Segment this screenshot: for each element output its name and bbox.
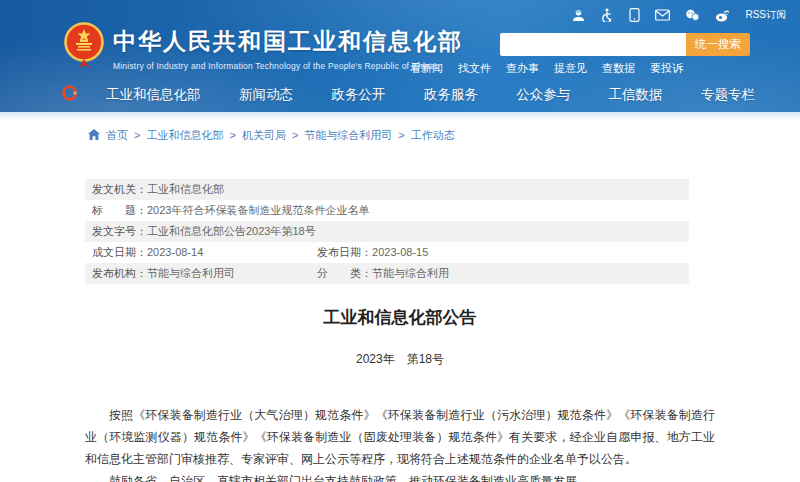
body-paragraph: 按照《环保装备制造行业（大气治理）规范条件》《环保装备制造行业（污水治理）规范条… (85, 404, 715, 470)
quick-link-complaint[interactable]: 要投诉 (650, 61, 683, 76)
breadcrumb-miit[interactable]: 工业和信息化部 (146, 128, 223, 143)
nav-item-gov-info[interactable]: 政务公开 (331, 86, 385, 104)
meta-row-title: 标 题：2023年符合环保装备制造业规范条件企业名单 (85, 200, 689, 221)
breadcrumb-work-updates[interactable]: 工作动态 (411, 128, 455, 143)
meta-label: 成文日期： (92, 246, 147, 258)
announcement-title: 工业和信息化部公告 (85, 306, 715, 329)
meta-row-issuing-agency: 发文机关：工业和信息化部 (85, 179, 689, 200)
document-meta-table: 发文机关：工业和信息化部 标 题：2023年符合环保装备制造业规范条件企业名单 … (85, 179, 689, 284)
nav-item-news[interactable]: 新闻动态 (239, 86, 293, 104)
quick-link-news[interactable]: 看新闻 (410, 61, 443, 76)
search-input[interactable] (500, 33, 686, 56)
search-bar: 统一搜索 (500, 33, 750, 56)
accessibility-icon[interactable] (600, 8, 614, 22)
mail-icon[interactable] (655, 9, 670, 21)
user-icon[interactable] (572, 9, 585, 22)
breadcrumb-energy-dept[interactable]: 节能与综合利用司 (304, 128, 392, 143)
nav-item-participation[interactable]: 公众参与 (516, 86, 570, 104)
site-banner: 中华人民共和国工业和信息化部 Ministry of Industry and … (0, 0, 800, 112)
banner-fade-divider (0, 112, 800, 120)
meta-label: 标 题： (92, 204, 147, 216)
breadcrumb: 首页 > 工业和信息化部 > 机关司局 > 节能与综合利用司 > 工作动态 (88, 127, 800, 143)
meta-label: 发布机构： (92, 267, 147, 279)
meta-value: 工业和信息化部公告2023年第18号 (147, 225, 316, 237)
nav-item-miit[interactable]: 工业和信息化部 (106, 86, 201, 104)
meta-value: 节能与综合利用 (372, 267, 449, 279)
document-content: 发文机关：工业和信息化部 标 题：2023年符合环保装备制造业规范条件企业名单 … (85, 179, 715, 482)
meta-label: 发文机关： (92, 183, 147, 195)
meta-label: 发文字号： (92, 225, 147, 237)
body-paragraph: 鼓励各省、自治区、直辖市相关部门出台支持鼓励政策，推动环保装备制造业高质量发展。 (85, 470, 715, 482)
nav-item-gov-services[interactable]: 政务服务 (424, 86, 478, 104)
quick-link-data[interactable]: 查数据 (602, 61, 635, 76)
nav-item-data[interactable]: 工信数据 (609, 86, 663, 104)
meta-value: 2023-08-15 (372, 246, 428, 258)
breadcrumb-separator: > (134, 129, 140, 141)
main-nav: 工业和信息化部 新闻动态 政务公开 政务服务 公众参与 工信数据 专题专栏 (62, 85, 755, 105)
announcement-body: 按照《环保装备制造行业（大气治理）规范条件》《环保装备制造行业（污水治理）规范条… (85, 404, 715, 482)
home-icon[interactable] (88, 129, 100, 142)
mobile-icon[interactable] (629, 8, 640, 22)
announcement-issue-number: 2023年 第18号 (85, 351, 715, 368)
meta-label: 发布日期： (317, 246, 372, 258)
breadcrumb-departments[interactable]: 机关司局 (242, 128, 286, 143)
meta-label: 分 类： (317, 267, 372, 279)
meta-value: 工业和信息化部 (147, 183, 224, 195)
miit-logo-icon (62, 85, 78, 105)
meta-row-dates: 成文日期：2023-08-14 发布日期：2023-08-15 (85, 242, 689, 263)
breadcrumb-separator: > (398, 129, 404, 141)
quick-links: 看新闻 找文件 查办事 提意见 查数据 要投诉 (410, 61, 683, 76)
meta-value: 节能与综合利用司 (147, 267, 235, 279)
rss-subscribe-link[interactable]: RSS订阅 (745, 8, 786, 22)
quick-link-services[interactable]: 查办事 (506, 61, 539, 76)
breadcrumb-separator: > (292, 129, 298, 141)
site-title: 中华人民共和国工业和信息化部 (113, 26, 463, 57)
breadcrumb-separator: > (229, 129, 235, 141)
weibo-icon[interactable] (715, 9, 730, 22)
meta-value: 2023-08-14 (147, 246, 203, 258)
meta-row-publisher: 发布机构：节能与综合利用司 分 类：节能与综合利用 (85, 263, 689, 284)
quick-link-files[interactable]: 找文件 (458, 61, 491, 76)
national-emblem (64, 21, 104, 75)
unified-search-button[interactable]: 统一搜索 (686, 33, 750, 56)
meta-row-doc-number: 发文字号：工业和信息化部公告2023年第18号 (85, 221, 689, 242)
wechat-icon[interactable] (685, 9, 700, 22)
nav-item-topics[interactable]: 专题专栏 (701, 86, 755, 104)
quick-link-suggest[interactable]: 提意见 (554, 61, 587, 76)
top-utility-bar: RSS订阅 (572, 8, 786, 22)
breadcrumb-home[interactable]: 首页 (106, 128, 128, 143)
meta-value: 2023年符合环保装备制造业规范条件企业名单 (147, 204, 369, 216)
